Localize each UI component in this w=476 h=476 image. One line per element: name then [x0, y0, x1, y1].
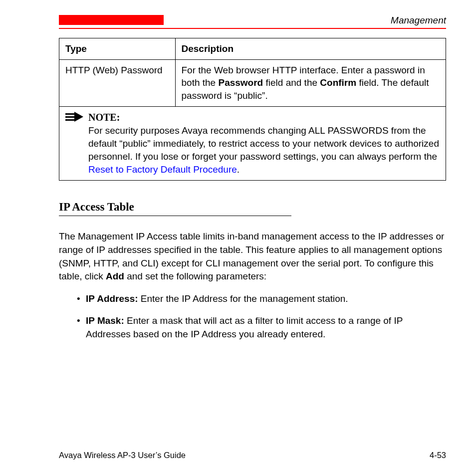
note-label: NOTE:	[88, 112, 120, 123]
bullet-label: IP Address:	[86, 293, 138, 304]
password-table: Type Description HTTP (Web) Password For…	[59, 38, 446, 181]
svg-rect-2	[65, 119, 74, 121]
bullet-text: Enter the IP Address for the management …	[138, 293, 348, 304]
reset-factory-link[interactable]: Reset to Factory Default Procedure	[88, 164, 237, 175]
table-header-row: Type Description	[59, 38, 446, 60]
cell-description: For the Web browser HTTP interface. Ente…	[175, 59, 446, 106]
table-row: HTTP (Web) Password For the Web browser …	[59, 59, 446, 106]
svg-marker-3	[74, 112, 83, 122]
footer-page-number: 4-53	[430, 451, 446, 460]
cell-type: HTTP (Web) Password	[59, 59, 176, 106]
section-heading: IP Access Table	[59, 201, 446, 214]
table-note-row: NOTE: For security purposes Avaya recomm…	[59, 106, 446, 181]
bullet-label: IP Mask:	[86, 315, 124, 326]
svg-rect-1	[65, 116, 74, 118]
note-text-part: For security purposes Avaya recommends c…	[88, 125, 439, 162]
header-rule	[59, 28, 446, 29]
list-item: IP Mask: Enter a mask that will act as a…	[77, 314, 446, 341]
table-header-type: Type	[59, 38, 176, 60]
header-red-bar	[59, 15, 164, 25]
bullet-text: Enter a mask that will act as a filter t…	[86, 315, 403, 339]
note-arrow-icon	[65, 112, 84, 125]
desc-bold-password: Password	[218, 77, 263, 88]
section-paragraph: The Management IP Access table limits in…	[59, 230, 446, 283]
note-cell: NOTE: For security purposes Avaya recomm…	[59, 106, 446, 181]
note-text: For security purposes Avaya recommends c…	[88, 124, 440, 177]
page-footer: Avaya Wireless AP-3 User’s Guide 4-53	[59, 451, 446, 460]
header-section-title: Management	[391, 15, 446, 26]
desc-text: field and the	[263, 77, 320, 88]
desc-bold-confirm: Confirm	[320, 77, 356, 88]
table-header-description: Description	[175, 38, 446, 60]
list-item: IP Address: Enter the IP Address for the…	[77, 292, 446, 306]
note-text-part: .	[237, 164, 239, 175]
section-rule	[59, 216, 291, 216]
para-text: and set the following parameters:	[124, 271, 266, 281]
svg-rect-0	[65, 113, 74, 115]
parameter-list: IP Address: Enter the IP Address for the…	[59, 292, 446, 341]
para-bold-add: Add	[106, 271, 124, 281]
footer-guide-title: Avaya Wireless AP-3 User’s Guide	[59, 451, 186, 460]
